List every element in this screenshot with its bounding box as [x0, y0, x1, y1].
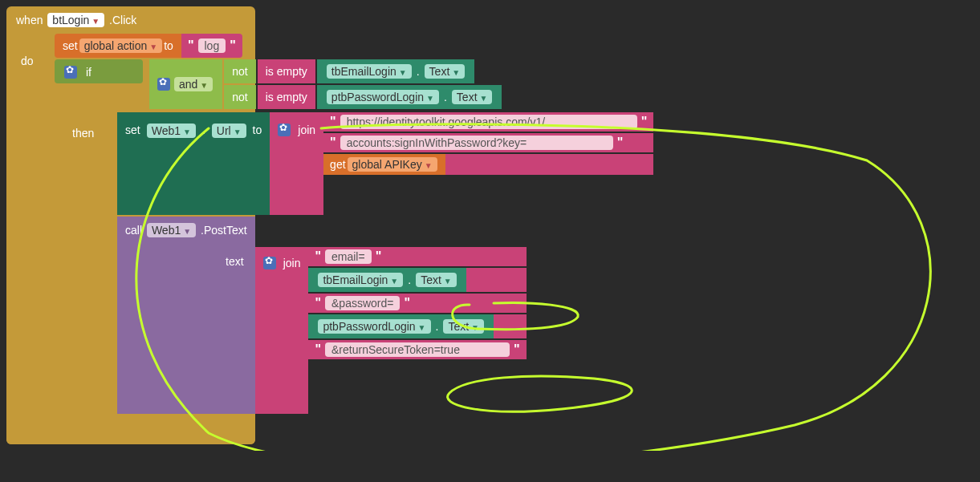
when-event-block[interactable]: when btLogin▼ .Click do set global actio… [6, 6, 255, 444]
event-name: .Click [109, 14, 136, 26]
dot: . [444, 91, 447, 103]
dot: . [202, 124, 205, 136]
join-arg-password-label[interactable]: "&password=" [308, 294, 526, 313]
component-dropdown[interactable]: btLogin▼ [47, 13, 104, 27]
prop-block-password[interactable]: ptbPasswordLogin▼ . Text▼ [317, 85, 502, 109]
join-arg-apikey[interactable]: get global APIKey▼ [323, 154, 653, 175]
prop-dropdown[interactable]: Text▼ [452, 90, 493, 104]
prop-block-email[interactable]: tbEmailLogin▼ . Text▼ [317, 59, 474, 83]
call-keyword: call [125, 224, 142, 237]
not-block[interactable]: not [224, 59, 255, 83]
literal-value[interactable]: &password= [325, 296, 400, 310]
join-keyword: join [283, 257, 301, 269]
set-web-url-row[interactable]: set Web1▼ . Url▼ to join "https [117, 112, 255, 215]
join-arg-url1[interactable]: "https://identitytoolkit.googleapis.com/… [323, 112, 653, 132]
gear-icon[interactable] [157, 78, 170, 91]
apikey-dropdown[interactable]: global APIKey▼ [348, 157, 437, 172]
gear-icon[interactable] [64, 66, 77, 79]
comp-dropdown[interactable]: ptbPasswordLogin▼ [318, 319, 430, 334]
then-keyword: then [72, 127, 94, 140]
literal-value[interactable]: email= [325, 249, 372, 264]
set-action-block[interactable]: set global action▼ to [55, 34, 181, 58]
isempty-block[interactable]: is empty [258, 59, 315, 83]
close-quote: " [230, 38, 236, 53]
set-keyword: set [63, 39, 78, 52]
comp-dropdown[interactable]: ptbPasswordLogin▼ [327, 90, 439, 104]
comp-dropdown[interactable]: tbEmailLogin▼ [318, 273, 403, 287]
and-dropdown[interactable]: and▼ [174, 77, 213, 91]
to-keyword: to [164, 39, 173, 52]
dot: . [417, 65, 420, 78]
var-dropdown[interactable]: global action▼ [79, 38, 163, 53]
join-arg-returntoken[interactable]: "&returnSecureToken=true" [308, 340, 526, 359]
prop-dropdown[interactable]: Text▼ [443, 319, 484, 334]
and-block[interactable]: and▼ [149, 59, 222, 109]
isempty-block[interactable]: is empty [258, 85, 315, 109]
web-comp-dropdown[interactable]: Web1▼ [147, 124, 196, 138]
do-keyword: do [21, 55, 34, 67]
text-param-label: text [226, 255, 244, 268]
if-keyword: if [86, 66, 91, 79]
gear-icon[interactable] [263, 257, 276, 269]
literal-value[interactable]: &returnSecureToken=true [325, 342, 510, 357]
literal-value[interactable]: log [198, 38, 226, 53]
to-keyword: to [253, 124, 262, 136]
join-arg-email-label[interactable]: "email=" [308, 247, 526, 266]
get-keyword: get [330, 158, 345, 171]
join-keyword: join [298, 124, 315, 136]
dot: . [436, 320, 439, 333]
string-literal-log[interactable]: " log " [181, 34, 242, 58]
method-name: .PostText [201, 224, 247, 237]
url-text[interactable]: accounts:signInWithPassword?key= [340, 136, 613, 150]
call-posttext-row[interactable]: call Web1▼ .PostText text join [117, 217, 255, 414]
join-arg-email-value[interactable]: tbEmailLogin▼ . Text▼ [308, 268, 526, 292]
set-keyword: set [125, 124, 140, 136]
web-comp-dropdown[interactable]: Web1▼ [147, 223, 196, 237]
comp-dropdown[interactable]: tbEmailLogin▼ [327, 64, 412, 79]
join-arg-password-value[interactable]: ptbPasswordLogin▼ . Text▼ [308, 314, 526, 338]
web-prop-dropdown[interactable]: Url▼ [212, 124, 246, 138]
open-quote: " [188, 38, 194, 53]
url-text[interactable]: https://identitytoolkit.googleapis.com/v… [340, 115, 637, 129]
gear-icon[interactable] [278, 124, 291, 136]
not-block[interactable]: not [224, 85, 255, 109]
if-block[interactable]: if [55, 59, 143, 83]
join-arg-url2[interactable]: "accounts:signInWithPassword?key=" [323, 133, 653, 152]
when-keyword: when [16, 14, 43, 26]
prop-dropdown[interactable]: Text▼ [425, 64, 466, 79]
prop-dropdown[interactable]: Text▼ [416, 273, 457, 287]
dot: . [408, 273, 411, 286]
